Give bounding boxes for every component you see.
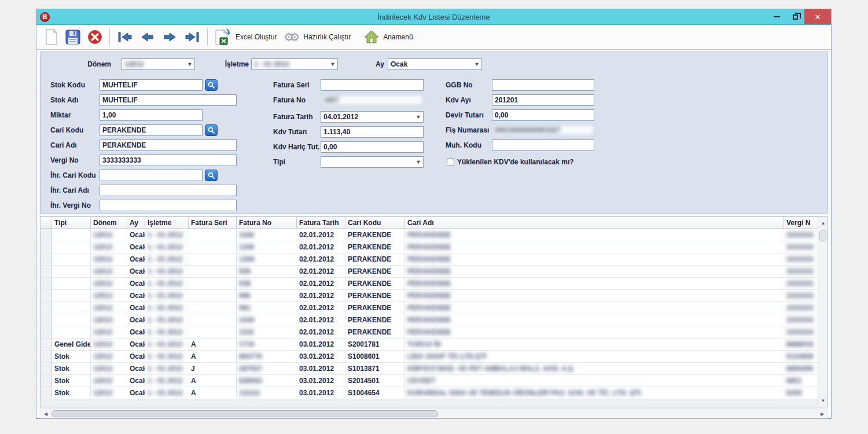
grid-header-isletme[interactable]: İşletme <box>145 217 189 229</box>
fatura-seri-input[interactable] <box>321 79 424 91</box>
row-selector[interactable] <box>41 326 52 338</box>
table-row[interactable]: Stok12012Ocak1 - 01 2012A83856303.01.201… <box>41 375 827 387</box>
row-selector[interactable] <box>41 253 52 265</box>
anamenu-button[interactable]: Anamenü <box>360 28 416 46</box>
row-selector[interactable] <box>41 278 52 289</box>
next-record-button[interactable] <box>159 30 181 45</box>
donem-select[interactable]: 12012 ▼ <box>122 58 195 70</box>
table-row[interactable]: Stok12012Ocak1 - 01 2012A11111103.01.201… <box>41 387 827 399</box>
ihr-vergi-no-input[interactable] <box>100 200 237 211</box>
grid-cell-tipi: Stok <box>52 363 91 374</box>
excel-olustur-button[interactable]: Excel Oluştur <box>211 26 280 48</box>
grid-cell-fatura_no: 1206 <box>237 241 297 253</box>
muh-kodu-input[interactable] <box>492 139 594 151</box>
stok-adi-input[interactable] <box>100 94 237 106</box>
row-selector[interactable] <box>41 375 52 387</box>
row-selector[interactable] <box>41 351 52 362</box>
vergi-no-input[interactable] <box>100 155 237 166</box>
row-selector[interactable] <box>41 266 52 277</box>
toolbar: Excel Oluştur ⚙⚙ Hazırlık Çalıştır Aname… <box>36 25 831 50</box>
table-row[interactable]: 12012Ocak1 - 01 201292902.01.2012PERAKEN… <box>41 266 827 278</box>
grid-cell-donem: 12012 <box>91 326 127 338</box>
row-selector[interactable] <box>41 229 52 241</box>
scroll-up-icon[interactable]: ▲ <box>818 218 828 228</box>
table-row[interactable]: 12012Ocak1 - 01 201298102.01.2012PERAKEN… <box>41 302 827 314</box>
grid-cell-ay: Ocak <box>127 326 145 338</box>
row-selector[interactable] <box>41 314 52 326</box>
grid-header-fatura_seri[interactable]: Fatura Seri <box>189 217 237 229</box>
table-row[interactable]: 12012Ocak1 - 01 201293802.01.2012PERAKEN… <box>41 278 827 290</box>
tipi-select[interactable]: ▼ <box>321 156 424 168</box>
ay-select[interactable]: Ocak ▼ <box>388 58 482 70</box>
grid-header-cari_adi[interactable]: Cari Adı <box>405 217 784 229</box>
grid-cell-fatura_no: 804776 <box>237 351 297 362</box>
scroll-left-icon[interactable]: ◀ <box>41 409 50 419</box>
cari-adi-input[interactable] <box>100 139 237 151</box>
table-row[interactable]: 12012Ocak1 - 01 201296602.01.2012PERAKEN… <box>41 290 827 302</box>
grid-cell-donem: 12012 <box>91 229 127 241</box>
new-record-button[interactable] <box>41 27 62 47</box>
fis-numarasi-input[interactable] <box>492 124 594 136</box>
devir-tutari-input[interactable] <box>492 109 594 121</box>
save-button[interactable] <box>62 28 84 46</box>
ihr-cari-kodu-search-button[interactable] <box>205 170 218 181</box>
table-row[interactable]: 12012Ocak1 - 01 2012120802.01.2012PERAKE… <box>41 253 827 266</box>
ggb-no-input[interactable] <box>492 79 594 91</box>
table-row[interactable]: 12012Ocak1 - 01 2012116602.01.2012PERAKE… <box>41 229 827 241</box>
row-selector[interactable] <box>41 241 52 253</box>
minimize-button[interactable] <box>767 9 786 24</box>
stok-kodu-input[interactable] <box>100 79 203 91</box>
table-row[interactable]: Stok12012Ocak1 - 01 2012A80477603.01.201… <box>41 351 827 363</box>
save-icon <box>65 30 80 45</box>
yuklenilen-kdv-checkbox[interactable] <box>447 159 454 166</box>
grid-cell-fatura_no: 838563 <box>237 375 297 387</box>
table-row[interactable]: Genel Gider12012Ocak1 - 01 2012A171603.0… <box>41 339 827 351</box>
row-selector[interactable] <box>41 339 52 350</box>
fatura-no-input[interactable] <box>321 94 424 106</box>
horizontal-scrollbar-thumb[interactable] <box>52 410 438 417</box>
grid-header-fatura_tarih[interactable]: Fatura Tarih <box>297 217 345 229</box>
grid-cell-cari_kodu: PERAKENDE <box>345 326 405 338</box>
vertical-scrollbar-thumb[interactable] <box>819 230 826 241</box>
vergi-no-label: Vergi No <box>50 155 79 166</box>
cari-kodu-label: Cari Kodu <box>50 124 83 136</box>
scroll-down-icon[interactable]: ▼ <box>818 396 828 406</box>
stok-kodu-search-button[interactable] <box>205 79 218 91</box>
table-row[interactable]: 12012Ocak1 - 01 2012110202.01.2012PERAKE… <box>41 326 827 339</box>
ihr-cari-adi-input[interactable] <box>100 185 237 196</box>
first-record-button[interactable] <box>113 30 137 45</box>
table-row[interactable]: Stok12012Ocak1 - 01 2012J28792703.01.201… <box>41 363 827 375</box>
grid-header-ay[interactable]: Ay <box>127 217 145 229</box>
vertical-scrollbar[interactable]: ▲ ▼ <box>818 217 827 407</box>
row-selector[interactable] <box>41 302 52 314</box>
horizontal-scrollbar[interactable]: ◀ ▶ <box>40 409 828 418</box>
grid-header-fatura_no[interactable]: Fatura No <box>237 217 297 229</box>
row-selector[interactable] <box>41 363 52 374</box>
grid-header-donem[interactable]: Dönem <box>91 217 127 229</box>
kdv-haric-tut-input[interactable] <box>321 141 424 153</box>
close-button[interactable]: ✕ <box>804 9 831 24</box>
isletme-select[interactable]: 1 - 01 2012 ▼ <box>251 58 338 70</box>
cari-kodu-input[interactable] <box>100 124 203 136</box>
miktar-input[interactable] <box>100 109 203 121</box>
row-selector[interactable] <box>41 290 52 301</box>
kdv-ayi-input[interactable] <box>492 94 594 106</box>
grid-header-cari_kodu[interactable]: Cari Kodu <box>345 217 405 229</box>
cari-kodu-search-button[interactable] <box>205 124 218 136</box>
scroll-right-icon[interactable]: ▶ <box>818 409 827 419</box>
table-row[interactable]: 12012Ocak1 - 01 2012120602.01.2012PERAKE… <box>41 241 827 253</box>
grid-cell-isletme: 1 - 01 2012 <box>145 278 189 289</box>
previous-record-button[interactable] <box>137 30 159 45</box>
grid-header-tipi[interactable]: Tipi <box>52 217 91 229</box>
row-selector[interactable] <box>41 387 52 399</box>
grid-header-vergi_no[interactable]: Vergi N <box>784 217 819 229</box>
cancel-button[interactable] <box>84 28 106 46</box>
ihr-cari-kodu-input[interactable] <box>100 170 203 181</box>
hazirlik-calistir-button[interactable]: ⚙⚙ Hazırlık Çalıştır <box>280 28 354 46</box>
kdv-tutari-input[interactable] <box>321 126 424 138</box>
restore-button[interactable] <box>786 9 804 24</box>
last-record-button[interactable] <box>181 30 204 45</box>
fatura-tarih-select[interactable]: 04.01.2012 ▼ <box>321 111 424 123</box>
excel-icon <box>215 28 232 46</box>
table-row[interactable]: 12012Ocak1 - 01 2012102602.01.2012PERAKE… <box>41 314 827 326</box>
